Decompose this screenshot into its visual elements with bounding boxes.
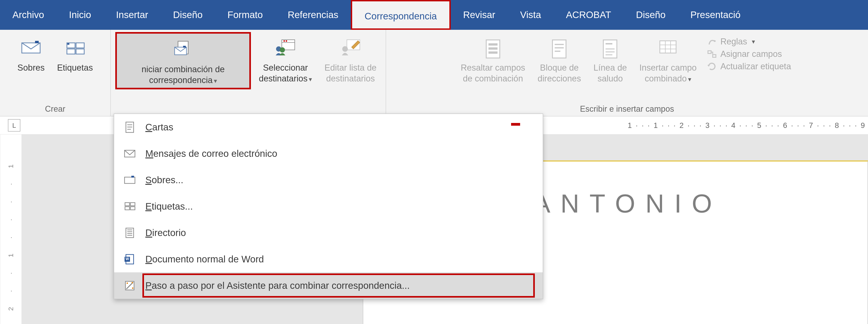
- svg-rect-48: [125, 207, 129, 210]
- red-indicator: [511, 123, 520, 126]
- button-seleccionar-destinatarios[interactable]: Seleccionar destinatarios▾: [254, 32, 316, 86]
- email-icon: [123, 147, 136, 160]
- menu-item-mensajes[interactable]: Mensajes de correo electrónico: [114, 140, 543, 167]
- envelope-icon: [21, 39, 41, 57]
- tab-archivo[interactable]: Archivo: [0, 0, 57, 30]
- menu-sobres-label: Sobres...: [145, 175, 183, 185]
- menu-item-etiquetas[interactable]: Etiquetas...: [114, 193, 543, 220]
- menu-mensajes-label: Mensajes de correo electrónico: [145, 148, 277, 159]
- svg-rect-5: [76, 49, 84, 54]
- svg-rect-31: [660, 41, 676, 53]
- chevron-down-icon: ▾: [214, 77, 217, 84]
- svg-rect-9: [183, 46, 186, 47]
- button-editar-lista-label: Editar lista de destinatarios: [324, 63, 376, 84]
- asignar-label: Asignar campos: [720, 49, 782, 59]
- svg-rect-19: [489, 43, 498, 45]
- edit-list-icon: [340, 39, 361, 57]
- menu-asistente-label: Paso a paso por el Asistente para combin…: [145, 280, 410, 291]
- ribbon-tabs: Archivo Inicio Insertar Diseño Formato R…: [0, 0, 868, 30]
- svg-rect-4: [67, 49, 75, 54]
- svg-rect-49: [130, 207, 135, 210]
- button-seleccionar-label: Seleccionar destinatarios▾: [259, 63, 312, 84]
- group-escribir-label: Escribir e insertar campos: [580, 102, 674, 116]
- button-insertar-campo: Insertar campo combinado▾: [635, 32, 701, 86]
- tab-referencias[interactable]: Referencias: [275, 0, 351, 30]
- svg-point-12: [283, 40, 285, 42]
- button-asignar-campos: Asignar campos: [707, 49, 791, 59]
- reglas-label: Reglas: [720, 37, 747, 46]
- directory-icon: [123, 226, 136, 240]
- menu-etiquetas-label: Etiquetas...: [145, 201, 193, 212]
- svg-rect-21: [489, 51, 498, 54]
- tab-presentacion[interactable]: Presentació: [678, 0, 753, 30]
- svg-point-15: [280, 47, 285, 52]
- svg-rect-44: [125, 177, 135, 183]
- word-doc-icon: W: [123, 253, 136, 266]
- svg-rect-46: [125, 203, 129, 206]
- mail-merge-icon: [173, 40, 193, 59]
- tab-insertar[interactable]: Insertar: [103, 0, 160, 30]
- menu-item-directorio[interactable]: Directorio: [114, 220, 543, 246]
- recipients-icon: [275, 39, 296, 57]
- tab-vista[interactable]: Vista: [508, 0, 554, 30]
- group-iniciar: niciar combinación de correspondencia▾ S…: [111, 30, 385, 116]
- button-iniciar-combinacion[interactable]: niciar combinación de correspondencia▾: [115, 32, 251, 89]
- chevron-down-icon: ▾: [688, 76, 691, 83]
- ruler-numbers: 1 · · · 1 · · · 2 · · · 3 · · · 4 · · · …: [628, 121, 868, 130]
- svg-rect-37: [708, 51, 711, 53]
- menu-item-asistente[interactable]: Paso a paso por el Asistente para combin…: [114, 272, 543, 299]
- insert-field-icon: [658, 39, 678, 57]
- side-buttons: Reglas▾ Asignar campos Actualizar etique…: [705, 32, 798, 72]
- group-crear-label: Crear: [45, 102, 65, 116]
- menu-item-documento-normal[interactable]: W Documento normal de Word: [114, 246, 543, 272]
- svg-rect-20: [489, 47, 498, 50]
- svg-rect-38: [713, 55, 716, 57]
- tab-revisar[interactable]: Revisar: [451, 0, 508, 30]
- button-actualizar-etiquetas: Actualizar etiqueta: [707, 61, 791, 72]
- tab-diseno2[interactable]: Diseño: [624, 0, 678, 30]
- button-linea-label: Línea de saludo: [594, 63, 627, 84]
- tab-correspondencia[interactable]: Correspondencia: [351, 0, 451, 30]
- envelope-small-icon: [123, 174, 136, 187]
- button-iniciar-label: niciar combinación de correspondencia▾: [142, 64, 225, 85]
- tab-formato[interactable]: Formato: [215, 0, 275, 30]
- tab-acrobat[interactable]: ACROBAT: [554, 0, 624, 30]
- button-editar-lista: Editar lista de destinatarios: [320, 32, 381, 86]
- menu-cartas-label: Cartas: [145, 122, 174, 133]
- svg-rect-50: [126, 228, 133, 238]
- button-resaltar-label: Resaltar campos de combinación: [461, 63, 525, 84]
- ruler-corner[interactable]: L: [8, 119, 20, 132]
- mail-merge-dropdown-menu: Cartas Mensajes de correo electrónico So…: [114, 113, 543, 299]
- labels-icon: [65, 39, 85, 57]
- actualizar-label: Actualizar etiqueta: [720, 62, 791, 71]
- document-icon: [123, 121, 136, 134]
- svg-rect-3: [76, 43, 84, 48]
- menu-documento-label: Documento normal de Word: [145, 254, 264, 265]
- tab-inicio[interactable]: Inicio: [57, 0, 103, 30]
- svg-rect-45: [131, 176, 134, 178]
- menu-item-cartas[interactable]: Cartas: [114, 114, 543, 140]
- ribbon: Sobres Etiquetas Crear niciar combinació…: [0, 30, 868, 116]
- button-bloque-label: Bloque de direcciones: [537, 63, 581, 84]
- labels-small-icon: [123, 200, 136, 213]
- tab-diseno[interactable]: Diseño: [161, 0, 215, 30]
- button-sobres[interactable]: Sobres: [13, 32, 49, 76]
- greeting-line-icon: [600, 39, 620, 57]
- update-labels-icon: [707, 61, 717, 72]
- group-crear: Sobres Etiquetas Crear: [0, 30, 111, 116]
- chevron-down-icon: ▾: [309, 76, 312, 83]
- button-resaltar-campos: Resaltar campos de combinación: [456, 32, 530, 86]
- svg-point-13: [286, 40, 287, 42]
- button-sobres-label: Sobres: [18, 63, 44, 73]
- menu-item-sobres[interactable]: Sobres...: [114, 167, 543, 193]
- svg-rect-47: [130, 203, 135, 206]
- button-etiquetas[interactable]: Etiquetas: [53, 32, 97, 76]
- address-block-icon: [549, 39, 569, 57]
- match-fields-icon: [707, 49, 717, 59]
- group-escribir: Resaltar campos de combinación Bloque de…: [386, 30, 868, 116]
- svg-point-60: [132, 287, 133, 289]
- button-linea-saludo: Línea de saludo: [589, 32, 631, 86]
- button-reglas: Reglas▾: [707, 37, 791, 47]
- button-bloque-direcciones: Bloque de direcciones: [533, 32, 585, 86]
- svg-rect-22: [553, 40, 566, 58]
